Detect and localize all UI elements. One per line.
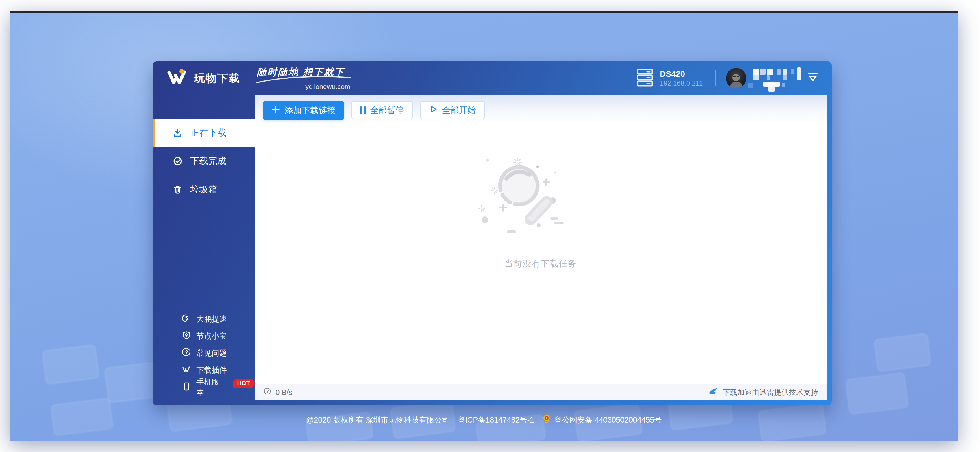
nas-server-icon [635,68,654,88]
copyright-text: @2020 版权所有 深圳市玩物科技有限公司 [306,415,450,425]
speed-icon [182,314,191,324]
plugin-w-icon [182,365,191,375]
statusbar: 0 B/s 下载加速由迅雷提供技术支持 [255,384,827,400]
magnifier-illustration [477,154,604,244]
download-manager-card: 玩物下载 随时随地 想下就下 yc.ionewu.com [153,61,832,405]
check-circle-icon [173,156,183,166]
pause-all-button[interactable]: 全部暂停 [352,101,413,119]
phone-icon [182,382,191,393]
svg-text:?: ? [185,349,188,355]
speed-gauge-icon [263,387,272,398]
sidebar: 正在下载 下载完成 [153,95,255,405]
link-node-xiaobao[interactable]: 节点小宝 [153,328,255,345]
nas-ip: 192.168.0.211 [660,79,703,88]
add-download-link-button[interactable]: 添加下载链接 [263,101,344,120]
card-header: 玩物下载 随时随地 想下就下 yc.ionewu.com [153,61,832,95]
empty-state: 当前没有下载任务 [477,154,604,270]
quick-link-label: 手机版本 [196,377,223,397]
nas-name: DS420 [660,69,703,79]
app-title: 玩物下载 [194,71,240,86]
pause-icon [360,106,366,114]
nas-device-info[interactable]: DS420 192.168.0.211 [635,68,703,88]
app-logo: 玩物下载 [153,69,255,88]
sidebar-item-completed[interactable]: 下载完成 [153,147,255,175]
sidebar-item-trash[interactable]: 垃圾箱 [153,175,255,204]
hot-badge: HOT [233,379,255,388]
shield-node-icon [182,331,191,342]
sidebar-quick-links: 大鹏提速 节点小宝 [153,311,255,396]
bg-keyboard-key [874,333,931,372]
content-panel: 添加下载链接 全部暂停 全部开始 [255,95,827,400]
start-all-button[interactable]: 全部开始 [420,101,485,119]
trash-icon [173,184,183,195]
header-divider [715,70,716,86]
tagline-underline [255,75,352,84]
page-footer: @2020 版权所有 深圳市玩物科技有限公司 粤ICP备18147482号-1 … [10,414,958,426]
censored-username[interactable] [752,66,803,91]
tagline-domain: yc.ionewu.com [257,83,350,91]
icp-number[interactable]: 粤ICP备18147482号-1 [457,415,534,425]
tagline: 随时随地 想下就下 yc.ionewu.com [257,66,350,91]
security-record-number[interactable]: 粤公网安备 44030502004455号 [554,415,662,425]
bg-keyboard-key [42,344,99,385]
link-download-plugin[interactable]: 下载插件 [153,362,255,379]
xunlei-bird-icon [708,387,719,397]
user-avatar[interactable] [726,68,746,88]
add-download-link-label: 添加下载链接 [285,105,336,117]
quick-link-label: 常见问题 [196,348,227,358]
download-icon [173,128,183,138]
pause-all-label: 全部暂停 [370,104,404,116]
sidebar-item-label: 正在下载 [190,126,226,139]
wanwu-logo-icon [167,69,189,88]
toolbar: 添加下载链接 全部暂停 全部开始 [255,95,827,123]
plus-icon [272,105,280,116]
empty-state-message: 当前没有下载任务 [477,258,604,270]
quick-link-label: 节点小宝 [196,331,227,341]
task-list-area: 当前没有下载任务 [255,123,827,384]
sidebar-item-downloading[interactable]: 正在下载 [153,119,255,147]
app-window: 玩物下载 随时随地 想下就下 yc.ionewu.com [10,11,958,441]
play-icon [430,105,438,115]
bg-keyboard-key [845,372,909,415]
police-badge-icon [542,414,551,426]
link-mobile-version[interactable]: 手机版本 HOT [153,379,255,396]
sidebar-item-label: 垃圾箱 [190,183,217,196]
quick-link-label: 大鹏提速 [196,314,227,324]
start-all-label: 全部开始 [442,104,476,116]
collapse-caret-icon[interactable] [806,72,819,84]
quick-link-label: 下载插件 [196,365,227,375]
provider-note: 下载加速由迅雷提供技术支持 [722,387,818,397]
link-dapeng-speedup[interactable]: 大鹏提速 [153,311,255,328]
page-background: 玩物下载 随时随地 想下就下 yc.ionewu.com [10,13,958,441]
current-speed: 0 B/s [275,388,292,397]
faq-icon: ? [182,348,191,359]
sidebar-item-label: 下载完成 [190,155,226,168]
window-top-strip [10,11,958,13]
link-faq[interactable]: ? 常见问题 [153,345,255,362]
